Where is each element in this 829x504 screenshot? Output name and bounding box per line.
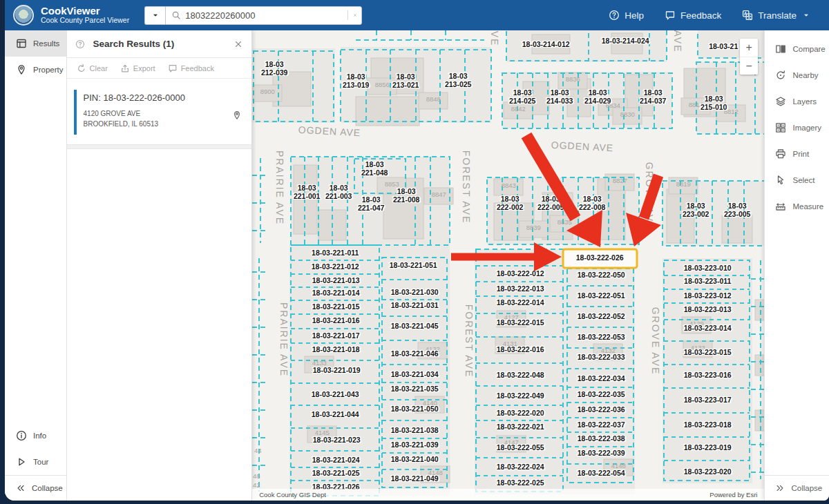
sidebar-item-results[interactable]: Results (5, 30, 66, 57)
parcel-label[interactable]: 18-03-221-046 (391, 350, 439, 358)
panel-help-icon[interactable] (75, 39, 85, 49)
search-input[interactable] (185, 10, 343, 21)
parcel-label[interactable]: 18-03-223-011 (684, 278, 731, 286)
feedback-button[interactable]: Feedback (665, 10, 721, 21)
parcel-label[interactable]: 18-03 215-010 (701, 95, 727, 112)
parcel-label[interactable]: 18-03-221-016 (312, 317, 360, 325)
parcel-label[interactable]: 18-03-222-055 (497, 444, 544, 452)
tool-imagery-button[interactable]: Imagery (765, 115, 829, 141)
parcel-label[interactable]: 18-03-222-048 (497, 371, 544, 380)
parcel-label[interactable]: 18-03 222-008 (579, 195, 606, 212)
tool-compare-button[interactable]: Compare (765, 36, 829, 62)
parcel-label[interactable]: 18-03 221-048 (361, 161, 388, 177)
parcel-label[interactable]: 18-03 214-033 (546, 89, 573, 106)
panel-close-icon[interactable] (234, 39, 243, 49)
parcel-label[interactable]: 18-03-21 (709, 43, 738, 51)
tool-nearby-button[interactable]: Nearby (765, 62, 829, 88)
parcel-label[interactable]: 18-03-214-012 (522, 41, 570, 49)
tool-print-button[interactable]: Print (765, 141, 829, 167)
parcel-label[interactable]: 18-03-221-049 (391, 475, 439, 483)
parcel-label[interactable]: 18-03-222-012 (497, 270, 544, 278)
location-pin-icon[interactable] (232, 110, 242, 120)
parcel-label[interactable]: 18-03-221-013 (312, 277, 360, 285)
parcel-label[interactable]: 18-03-222-024 (497, 463, 544, 472)
parcel-label[interactable]: 18-03-223-010 (684, 264, 732, 273)
parcel-label[interactable]: 18-03-222-039 (578, 449, 625, 458)
parcel-label[interactable]: 18-03-221-024 (312, 456, 360, 465)
parcel-label[interactable]: 18-03-221-034 (391, 371, 439, 379)
parcel-label[interactable]: 18-03-221-030 (391, 289, 439, 297)
toolbar-clear-button[interactable]: Clear (77, 64, 108, 73)
parcel-label[interactable]: 18-03-222-037 (578, 421, 625, 429)
parcel-label[interactable]: 18-03-223-016 (684, 371, 732, 380)
parcel-label[interactable]: 18-03-222-0 (497, 253, 537, 262)
parcel-label[interactable]: 18-03-223-015 (684, 349, 732, 357)
parcel-label[interactable]: 18-03-222-053 (578, 333, 625, 342)
parcel-label[interactable]: 18-03-221-035 (391, 385, 439, 394)
parcel-label[interactable]: 18-03-222-016 (497, 346, 544, 354)
parcel-label[interactable]: 18-03-222-014 (497, 299, 544, 307)
sidebar-item-property[interactable]: Property (5, 57, 66, 83)
parcel-label[interactable]: 18-03-221-044 (312, 411, 359, 419)
parcel-label[interactable]: 18-03 213-019 (343, 73, 370, 90)
parcel-label[interactable]: 18-03-222-035 (578, 391, 625, 399)
tool-measure-button[interactable]: Measure (765, 193, 829, 220)
parcel-label[interactable]: 18-03-222-025 (497, 479, 544, 487)
parcel-label[interactable]: 18-03-223-012 (684, 292, 732, 300)
parcel-label[interactable]: 18-03 222-005 (537, 195, 564, 212)
left-collapse-button[interactable]: Collapse (5, 476, 66, 501)
parcel-label[interactable]: 18-03-221-045 (391, 322, 439, 331)
right-collapse-button[interactable]: Collapse (765, 476, 829, 501)
parcel-label[interactable]: 18-03-223-017 (684, 396, 732, 405)
parcel-label[interactable]: 18-03-222-020 (497, 409, 544, 418)
result-card[interactable]: PIN: 18-03-222-026-0000 4120 GROVE AVE B… (74, 88, 252, 136)
parcel-label[interactable]: 18-03-222-052 (578, 313, 625, 321)
parcel-label[interactable]: 18-03-222-051 (578, 292, 625, 300)
parcel-label[interactable]: 18-03-221-012 (312, 263, 359, 271)
parcel-label[interactable]: 18-03 221-001 (294, 184, 321, 201)
search-clear-icon[interactable] (347, 10, 357, 20)
parcel-label[interactable]: 18-03-222-015 (497, 319, 544, 327)
parcel-label[interactable]: 18-03-223-020 (684, 468, 732, 476)
parcel-label[interactable]: 18-03 222-002 (497, 195, 524, 212)
parcel-label[interactable]: 18-03-222-036 (578, 406, 625, 414)
parcel-label[interactable]: 18-03-223-014 (684, 324, 732, 333)
parcel-label[interactable]: 18-03 213-025 (445, 72, 472, 89)
translate-button[interactable]: Translate (742, 10, 811, 21)
parcel-label[interactable]: 18-03-222-033 (578, 353, 625, 362)
parcel-label[interactable]: 18-03-214-024 (602, 37, 649, 46)
parcel-label[interactable]: 18-03-221-018 (312, 346, 360, 354)
parcel-label[interactable]: 18-03-223-018 (684, 421, 732, 429)
highlighted-parcel-label[interactable]: 18-03-222-026 (576, 254, 624, 262)
parcel-label[interactable]: 18-03 214-037 (640, 89, 667, 106)
tool-select-button[interactable]: Select (765, 167, 829, 193)
parcel-label[interactable]: 18-03-222-054 (578, 469, 625, 478)
parcel-label[interactable]: 18-03-221-015 (312, 303, 360, 311)
parcel-label[interactable]: 18-03-221-014 (312, 289, 360, 298)
zoom-in-button[interactable]: + (740, 39, 758, 57)
parcel-label[interactable]: 18-03 212-039 (261, 61, 288, 77)
sidebar-item-info[interactable]: Info (5, 423, 66, 449)
parcel-label[interactable]: 18-03-221-051 (390, 262, 437, 270)
parcel-label[interactable]: 18-03 223-005 (724, 202, 751, 219)
tool-layers-button[interactable]: Layers (765, 88, 829, 115)
parcel-label[interactable]: 18-03-222-038 (578, 435, 625, 443)
parcel-label[interactable]: 18-03-221-023 (313, 436, 361, 445)
parcel-label[interactable]: 18-03-221-038 (391, 427, 439, 435)
toolbar-export-button[interactable]: Export (120, 64, 155, 73)
parcel-label[interactable]: 18-03 214-029 (584, 89, 611, 106)
parcel-label[interactable]: 18-03-221-043 (312, 391, 359, 399)
parcel-label[interactable]: 18-03 214-025 (509, 89, 536, 106)
map-viewport[interactable]: OGDEN AVEOGDEN AVEPRAIRIE AVEPRAIRIE AVE… (252, 30, 764, 501)
parcel-label[interactable]: 18-03-223-013 (684, 306, 732, 314)
parcel-label[interactable]: 18-03 213-021 (392, 73, 419, 90)
parcel-label[interactable]: 18-03-221-040 (391, 456, 439, 464)
sidebar-item-tour[interactable]: Tour (5, 449, 66, 475)
parcel-label[interactable]: 18-03-221-019 (313, 367, 361, 375)
parcel-label[interactable]: 18-03 221-008 (393, 188, 420, 204)
parcel-label[interactable]: 18-03-222-049 (497, 392, 544, 400)
parcel-label[interactable]: 18-03-221-025 (312, 469, 360, 478)
parcel-label[interactable]: 18-03-221-050 (391, 405, 439, 414)
parcel-label[interactable]: 18-03-221-031 (391, 302, 439, 310)
zoom-out-button[interactable]: − (740, 57, 758, 75)
